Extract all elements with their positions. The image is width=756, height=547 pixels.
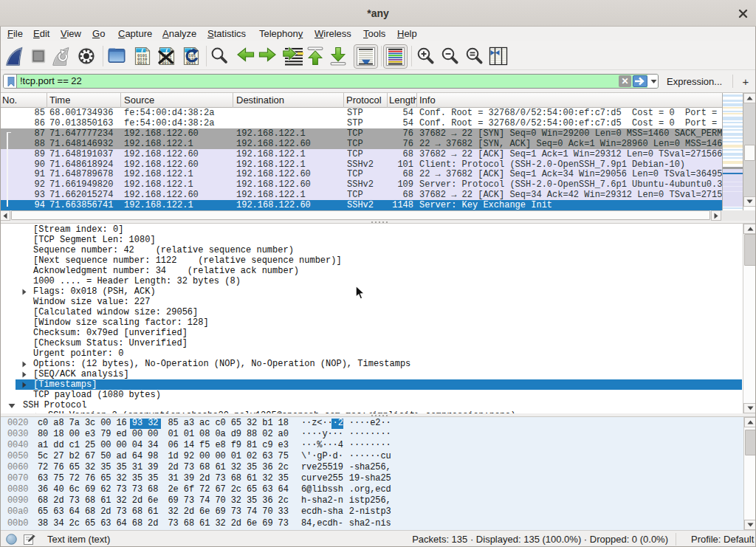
svg-text:0011: 0011 xyxy=(137,61,148,66)
